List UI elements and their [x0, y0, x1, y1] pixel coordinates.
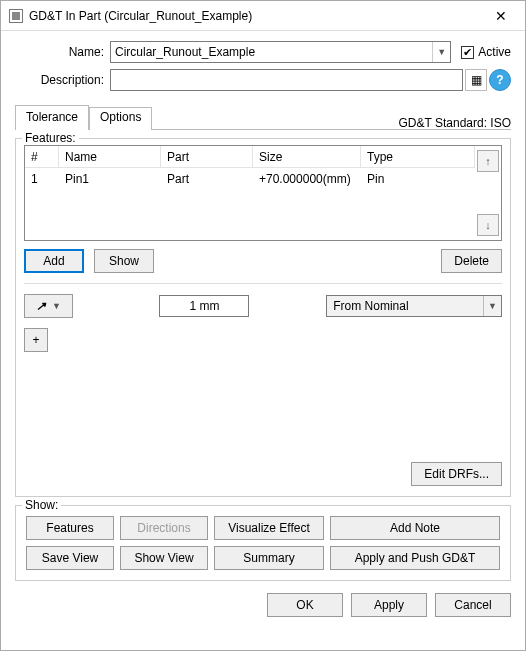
active-checkbox[interactable]: ✔ Active — [461, 45, 511, 59]
standard-label: GD&T Standard: ISO — [399, 116, 512, 130]
add-tolerance-button[interactable]: + — [24, 328, 48, 352]
directions-button: Directions — [120, 516, 208, 540]
help-button[interactable]: ? — [489, 69, 511, 91]
visualize-effect-button[interactable]: Visualize Effect — [214, 516, 324, 540]
mode-select[interactable]: From Nominal ▼ — [326, 295, 502, 317]
chevron-down-icon: ▼ — [52, 301, 61, 311]
apply-push-button[interactable]: Apply and Push GD&T — [330, 546, 500, 570]
checkbox-icon: ✔ — [461, 46, 474, 59]
description-input[interactable] — [110, 69, 463, 91]
symbol-selector[interactable]: ↗ ▼ — [24, 294, 73, 318]
features-legend: Features: — [22, 131, 79, 145]
features-buttons: Add Show Delete — [24, 249, 502, 273]
tab-tolerance[interactable]: Tolerance — [15, 105, 89, 130]
mode-value: From Nominal — [327, 299, 483, 313]
move-up-button[interactable]: ↑ — [477, 150, 499, 172]
cancel-button[interactable]: Cancel — [435, 593, 511, 617]
summary-button[interactable]: Summary — [214, 546, 324, 570]
cell-size: +70.000000(mm) — [253, 172, 361, 186]
cell-num: 1 — [25, 172, 59, 186]
close-button[interactable]: ✕ — [479, 2, 523, 30]
mode-dropdown[interactable]: ▼ — [483, 296, 501, 316]
name-dropdown[interactable]: ▼ — [432, 42, 450, 62]
add-button[interactable]: Add — [24, 249, 84, 273]
window-title: GD&T In Part (Circular_Runout_Example) — [29, 9, 479, 23]
reorder-buttons: ↑ ↓ — [475, 146, 501, 240]
col-part: Part — [161, 146, 253, 167]
cell-type: Pin — [361, 172, 475, 186]
gear-icon: ▦ — [471, 73, 482, 87]
tab-options[interactable]: Options — [89, 107, 152, 130]
show-fieldset: Show: Features Directions Visualize Effe… — [15, 505, 511, 581]
apply-button[interactable]: Apply — [351, 593, 427, 617]
description-row: Description: ▦ ? — [15, 69, 511, 91]
features-fieldset: Features: # Name Part Size Type 1 Pin1 P… — [15, 138, 511, 497]
table-row[interactable]: 1 Pin1 Part +70.000000(mm) Pin — [25, 168, 475, 190]
tolerance-value-input[interactable] — [159, 295, 249, 317]
settings-button[interactable]: ▦ — [465, 69, 487, 91]
edit-drfs-button[interactable]: Edit DRFs... — [411, 462, 502, 486]
content-area: Name: Circular_Runout_Example ▼ ✔ Active… — [1, 31, 525, 650]
show-button[interactable]: Show — [94, 249, 154, 273]
add-note-button[interactable]: Add Note — [330, 516, 500, 540]
runout-icon: ↗ — [36, 299, 46, 313]
help-icon: ? — [496, 73, 503, 87]
titlebar: GD&T In Part (Circular_Runout_Example) ✕ — [1, 1, 525, 31]
col-name: Name — [59, 146, 161, 167]
name-label: Name: — [15, 45, 110, 59]
chevron-down-icon: ▼ — [437, 47, 446, 57]
cell-part: Part — [161, 172, 253, 186]
col-type: Type — [361, 146, 475, 167]
show-view-button[interactable]: Show View — [120, 546, 208, 570]
move-down-button[interactable]: ↓ — [477, 214, 499, 236]
delete-button[interactable]: Delete — [441, 249, 502, 273]
cell-name: Pin1 — [59, 172, 161, 186]
ok-button[interactable]: OK — [267, 593, 343, 617]
tolerance-row: ↗ ▼ From Nominal ▼ — [24, 294, 502, 318]
table-header: # Name Part Size Type — [25, 146, 475, 168]
name-row: Name: Circular_Runout_Example ▼ ✔ Active — [15, 41, 511, 63]
app-icon — [9, 9, 23, 23]
name-value: Circular_Runout_Example — [111, 45, 432, 59]
name-input[interactable]: Circular_Runout_Example ▼ — [110, 41, 451, 63]
active-label: Active — [478, 45, 511, 59]
chevron-down-icon: ▼ — [488, 301, 497, 311]
features-table: # Name Part Size Type 1 Pin1 Part +70.00… — [24, 145, 502, 241]
gdt-dialog: GD&T In Part (Circular_Runout_Example) ✕… — [0, 0, 526, 651]
tab-strip: Tolerance Options GD&T Standard: ISO — [15, 105, 511, 130]
col-num: # — [25, 146, 59, 167]
show-legend: Show: — [22, 498, 61, 512]
separator — [24, 283, 502, 284]
features-button[interactable]: Features — [26, 516, 114, 540]
description-label: Description: — [15, 73, 110, 87]
dialog-buttons: OK Apply Cancel — [15, 593, 511, 617]
col-size: Size — [253, 146, 361, 167]
save-view-button[interactable]: Save View — [26, 546, 114, 570]
